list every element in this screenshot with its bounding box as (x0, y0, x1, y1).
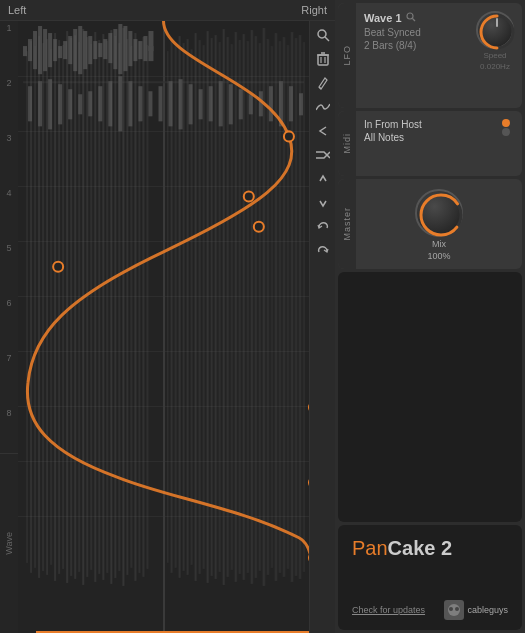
lfo-knob-container: Speed 0.020Hz (476, 11, 514, 71)
header-left: Left (8, 4, 26, 16)
svg-point-126 (53, 262, 63, 272)
svg-rect-132 (318, 55, 328, 65)
svg-rect-64 (54, 33, 56, 581)
svg-rect-100 (215, 35, 217, 579)
svg-rect-113 (267, 39, 269, 575)
svg-rect-62 (46, 39, 48, 575)
svg-rect-87 (146, 45, 148, 569)
svg-rect-109 (251, 30, 253, 584)
master-mix-knob[interactable] (415, 189, 463, 237)
curve-button[interactable] (313, 97, 333, 117)
svg-line-131 (325, 37, 329, 41)
toolbar (309, 21, 335, 633)
svg-rect-121 (299, 35, 301, 579)
knob-indicator-svg (478, 13, 516, 51)
master-knob-svg (417, 191, 465, 239)
svg-rect-103 (227, 37, 229, 577)
row-3: 3 (0, 131, 18, 186)
lfo-speed-knob[interactable] (476, 11, 514, 49)
svg-point-138 (407, 13, 413, 19)
svg-rect-74 (94, 32, 96, 582)
svg-rect-118 (287, 45, 289, 569)
lfo-name: Wave 1 (364, 12, 402, 24)
svg-point-146 (449, 607, 453, 611)
svg-rect-101 (219, 42, 221, 572)
row-5: 5 (0, 241, 18, 296)
lfo-info: Wave 1 Beat Synced 2 Bars (8/4) (364, 11, 476, 51)
midi-label: Midi (338, 111, 356, 176)
pancake-title-colored: Pan (352, 537, 388, 559)
svg-rect-110 (255, 36, 257, 578)
svg-rect-107 (243, 34, 245, 580)
master-label: Master (338, 179, 356, 269)
wave-label: Wave (4, 532, 14, 555)
svg-rect-81 (122, 28, 124, 586)
midi-source: In From Host (364, 119, 422, 130)
svg-rect-106 (239, 40, 241, 574)
svg-rect-84 (134, 33, 136, 581)
right-panel: LFO Wave 1 Beat Synced 2 Bars (8/4) (335, 0, 525, 633)
svg-rect-80 (118, 43, 120, 571)
lfo-section: LFO Wave 1 Beat Synced 2 Bars (8/4) (338, 3, 522, 108)
trash-button[interactable] (313, 49, 333, 69)
svg-rect-60 (38, 36, 40, 578)
header-right: Right (301, 4, 327, 16)
midi-section: Midi In From Host All Notes (338, 111, 522, 176)
svg-rect-73 (90, 44, 92, 570)
svg-rect-69 (74, 35, 76, 579)
mix-label: Mix (432, 239, 446, 249)
update-link[interactable]: Check for updates (352, 605, 425, 615)
svg-rect-65 (58, 40, 60, 574)
arrow-up-button[interactable] (313, 169, 333, 189)
svg-rect-61 (42, 43, 44, 571)
svg-rect-79 (114, 36, 116, 578)
svg-rect-63 (50, 49, 52, 565)
svg-rect-1 (148, 46, 153, 61)
svg-point-123 (284, 131, 294, 141)
midi-indicator-1 (502, 119, 510, 127)
pencil-button[interactable] (313, 73, 333, 93)
svg-rect-111 (259, 43, 261, 571)
arrow-down-button[interactable] (313, 193, 333, 213)
svg-rect-66 (62, 45, 64, 569)
speed-value: 0.020Hz (480, 62, 510, 71)
magnify-button[interactable] (313, 25, 333, 45)
svg-line-139 (412, 19, 415, 22)
svg-rect-114 (271, 46, 273, 568)
midi-indicators (502, 119, 514, 136)
svg-rect-98 (207, 31, 209, 583)
midi-indicator-2 (502, 128, 510, 136)
svg-point-147 (455, 607, 459, 611)
pancake-title: PanCake 2 (352, 537, 508, 560)
svg-point-144 (421, 195, 461, 235)
svg-rect-119 (291, 32, 293, 582)
svg-rect-94 (191, 49, 193, 565)
svg-rect-112 (263, 28, 265, 586)
shuffle-button[interactable] (313, 145, 333, 165)
svg-rect-85 (138, 41, 140, 573)
redo-button[interactable] (313, 241, 333, 261)
svg-point-125 (254, 222, 264, 232)
svg-rect-41 (158, 86, 162, 121)
cableguys-icon (444, 600, 464, 620)
svg-rect-90 (175, 46, 177, 568)
svg-rect-92 (183, 43, 185, 571)
row-6: 6 (0, 296, 18, 351)
waveform-svg (18, 21, 309, 593)
lfo-bars: 2 Bars (8/4) (364, 40, 476, 51)
wave-label-container: Wave (0, 453, 18, 633)
svg-rect-122 (303, 42, 305, 572)
lfo-label: LFO (338, 3, 356, 108)
empty-section (338, 272, 522, 522)
wave-canvas[interactable] (18, 21, 309, 633)
svg-rect-83 (130, 46, 132, 568)
arrow-left-button[interactable] (313, 121, 333, 141)
lfo-search-icon[interactable] (406, 11, 416, 25)
pancake-section: PanCake 2 Check for updates cableguys (338, 525, 522, 630)
svg-rect-75 (98, 40, 100, 574)
lfo-label-text: LFO (342, 45, 352, 66)
svg-rect-86 (142, 37, 144, 577)
lfo-sync: Beat Synced (364, 27, 476, 38)
svg-rect-93 (187, 39, 189, 575)
undo-button[interactable] (313, 217, 333, 237)
